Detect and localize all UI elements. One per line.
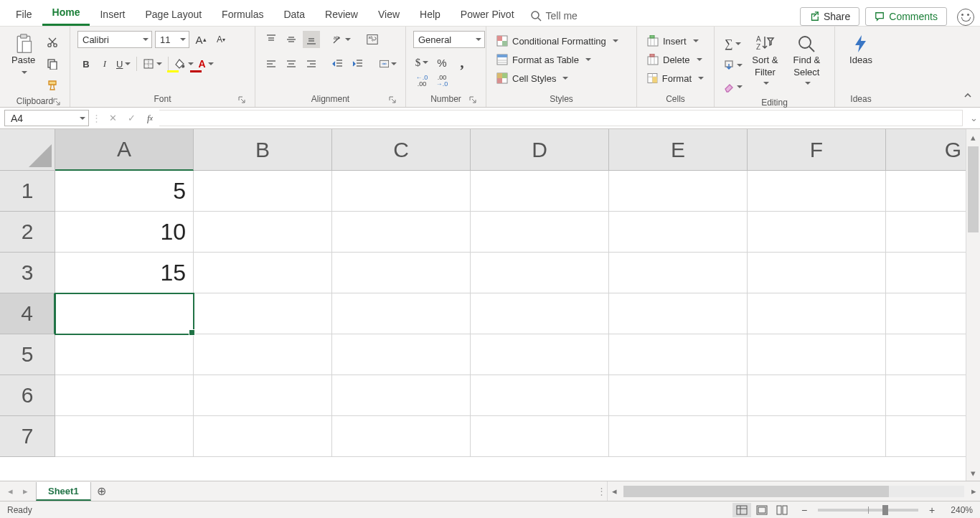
cell-D4[interactable] bbox=[471, 293, 609, 334]
column-header-C[interactable]: C bbox=[332, 129, 471, 171]
cell-C4[interactable] bbox=[332, 293, 471, 334]
cell-C2[interactable] bbox=[332, 212, 471, 253]
tab-review[interactable]: Review bbox=[315, 4, 368, 26]
zoom-slider[interactable] bbox=[818, 509, 918, 512]
normal-view-button[interactable] bbox=[732, 503, 751, 517]
increase-indent-button[interactable] bbox=[349, 55, 367, 72]
cell-E5[interactable] bbox=[609, 334, 748, 375]
cancel-formula-button[interactable]: ✕ bbox=[103, 108, 122, 128]
expand-formula-bar-button[interactable]: ⌄ bbox=[967, 108, 980, 128]
conditional-formatting-button[interactable]: Conditional Formatting bbox=[494, 34, 629, 48]
cell-F1[interactable] bbox=[748, 171, 886, 212]
percent-button[interactable]: % bbox=[433, 54, 451, 71]
cell-B6[interactable] bbox=[194, 375, 332, 416]
cell-B3[interactable] bbox=[194, 253, 332, 293]
paste-button[interactable]: Paste bbox=[7, 31, 39, 72]
tab-page-layout[interactable]: Page Layout bbox=[135, 4, 212, 26]
insert-cells-button[interactable]: Insert bbox=[644, 34, 707, 48]
fill-button[interactable] bbox=[722, 57, 744, 74]
font-name-combo[interactable]: Calibri bbox=[77, 31, 152, 48]
cell-B7[interactable] bbox=[194, 416, 332, 457]
cell-A3[interactable]: 15 bbox=[55, 253, 194, 293]
enter-formula-button[interactable]: ✓ bbox=[122, 108, 141, 128]
tab-split-handle[interactable]: ⋮ bbox=[597, 481, 607, 501]
bold-button[interactable]: B bbox=[77, 55, 95, 72]
wrap-text-button[interactable]: ab bbox=[364, 31, 381, 48]
row-header-6[interactable]: 6 bbox=[0, 375, 55, 416]
tab-home[interactable]: Home bbox=[42, 2, 90, 26]
cell-A1[interactable]: 5 bbox=[55, 171, 194, 212]
cell-B4[interactable] bbox=[194, 293, 332, 334]
row-header-7[interactable]: 7 bbox=[0, 416, 55, 457]
cell-E7[interactable] bbox=[609, 416, 748, 457]
column-header-B[interactable]: B bbox=[194, 129, 332, 171]
cell-E2[interactable] bbox=[609, 212, 748, 253]
column-header-D[interactable]: D bbox=[471, 129, 609, 171]
number-launcher[interactable] bbox=[468, 95, 477, 104]
cell-E4[interactable] bbox=[609, 293, 748, 334]
sheet-nav[interactable]: ◂▸ bbox=[0, 481, 36, 501]
cell-D2[interactable] bbox=[471, 212, 609, 253]
cell-C6[interactable] bbox=[332, 375, 471, 416]
name-box[interactable]: A4 bbox=[4, 110, 89, 126]
align-middle-button[interactable] bbox=[283, 31, 300, 48]
horizontal-scrollbar[interactable]: ◂ ▸ bbox=[607, 481, 980, 501]
cell-F4[interactable] bbox=[748, 293, 886, 334]
font-size-combo[interactable]: 11 bbox=[155, 31, 189, 48]
cell-F6[interactable] bbox=[748, 375, 886, 416]
font-launcher[interactable] bbox=[237, 95, 246, 104]
find-select-button[interactable]: Find & Select bbox=[786, 31, 827, 89]
row-header-5[interactable]: 5 bbox=[0, 334, 55, 375]
clear-button[interactable] bbox=[722, 78, 744, 95]
format-painter-button[interactable] bbox=[44, 77, 61, 94]
zoom-level[interactable]: 240% bbox=[938, 505, 973, 515]
format-cells-button[interactable]: Format bbox=[644, 71, 707, 85]
borders-button[interactable] bbox=[141, 55, 164, 72]
cell-A5[interactable] bbox=[55, 334, 194, 375]
delete-cells-button[interactable]: Delete bbox=[644, 52, 707, 67]
select-all-corner[interactable] bbox=[0, 129, 55, 171]
collapse-ribbon-button[interactable] bbox=[963, 90, 973, 103]
cell-D3[interactable] bbox=[471, 253, 609, 293]
underline-button[interactable]: U bbox=[115, 55, 132, 72]
cell-E1[interactable] bbox=[609, 171, 748, 212]
cell-E6[interactable] bbox=[609, 375, 748, 416]
decrease-decimal-button[interactable]: .00→.0 bbox=[433, 72, 451, 90]
cell-D5[interactable] bbox=[471, 334, 609, 375]
font-color-button[interactable]: A bbox=[197, 55, 215, 72]
scroll-up-button[interactable]: ▴ bbox=[966, 131, 980, 143]
ideas-button[interactable]: Ideas bbox=[845, 31, 877, 66]
insert-function-button[interactable]: fx bbox=[141, 108, 159, 128]
increase-decimal-button[interactable]: ←.0.00 bbox=[413, 72, 430, 90]
align-left-button[interactable] bbox=[263, 55, 280, 72]
tab-file[interactable]: File bbox=[6, 4, 42, 26]
hscroll-thumb[interactable] bbox=[623, 486, 889, 497]
scroll-thumb[interactable] bbox=[968, 146, 979, 232]
currency-button[interactable]: $ bbox=[413, 54, 430, 71]
cell-C1[interactable] bbox=[332, 171, 471, 212]
column-header-A[interactable]: A bbox=[55, 129, 194, 171]
cell-A6[interactable] bbox=[55, 375, 194, 416]
clipboard-launcher[interactable] bbox=[52, 98, 61, 106]
row-header-3[interactable]: 3 bbox=[0, 253, 55, 293]
page-layout-view-button[interactable] bbox=[753, 503, 771, 517]
comments-button[interactable]: Comments bbox=[865, 7, 947, 26]
merge-button[interactable] bbox=[378, 55, 398, 72]
format-as-table-button[interactable]: Format as Table bbox=[494, 52, 629, 67]
cell-F5[interactable] bbox=[748, 334, 886, 375]
increase-font-button[interactable]: A▴ bbox=[192, 31, 209, 48]
zoom-out-button[interactable]: − bbox=[798, 504, 811, 516]
decrease-font-button[interactable]: A▾ bbox=[212, 31, 230, 48]
tab-formulas[interactable]: Formulas bbox=[212, 4, 273, 26]
cell-C5[interactable] bbox=[332, 334, 471, 375]
cell-styles-button[interactable]: Cell Styles bbox=[494, 71, 629, 85]
tab-insert[interactable]: Insert bbox=[90, 4, 135, 26]
align-top-button[interactable] bbox=[263, 31, 280, 48]
cell-B5[interactable] bbox=[194, 334, 332, 375]
cell-A7[interactable] bbox=[55, 416, 194, 457]
tell-me[interactable]: Tell me bbox=[524, 6, 583, 26]
copy-button[interactable] bbox=[44, 55, 61, 72]
tab-power-pivot[interactable]: Power Pivot bbox=[451, 4, 524, 26]
cell-B2[interactable] bbox=[194, 212, 332, 253]
cell-F3[interactable] bbox=[748, 253, 886, 293]
